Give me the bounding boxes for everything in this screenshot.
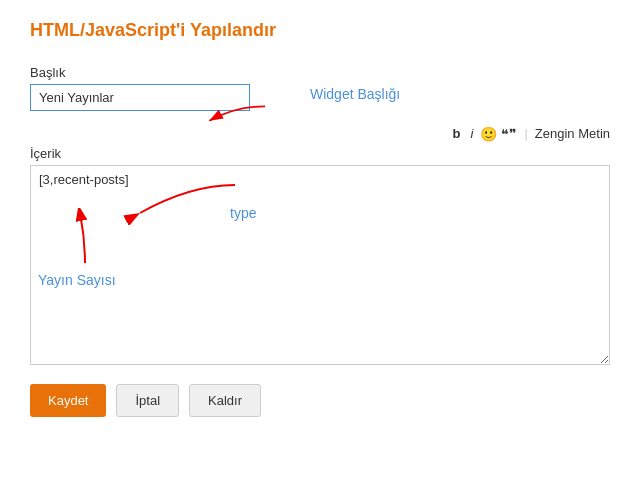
- content-label: İçerik: [30, 146, 610, 161]
- italic-button[interactable]: i: [468, 125, 477, 142]
- content-textarea[interactable]: [3,recent-posts]: [30, 165, 610, 365]
- title-label: Başlık: [30, 65, 610, 80]
- widget-heading-annotation: Widget Başlığı: [310, 86, 400, 102]
- quote-icon: ❝❞: [501, 126, 517, 142]
- title-input[interactable]: [30, 84, 250, 111]
- content-area-wrapper: [3,recent-posts] type Yayın Sayısı: [30, 165, 610, 368]
- content-field-group: b i 🙂 ❝❞ | Zengin Metin İçerik [3,recent…: [30, 125, 610, 368]
- save-button[interactable]: Kaydet: [30, 384, 106, 417]
- smiley-icon: 🙂: [480, 126, 497, 142]
- title-row: Widget Başlığı: [30, 84, 610, 111]
- toolbar-divider: |: [524, 126, 527, 141]
- rich-text-label: Zengin Metin: [535, 126, 610, 141]
- buttons-row: Kaydet İptal Kaldır: [30, 384, 610, 417]
- page-title: HTML/JavaScript'i Yapılandır: [30, 20, 610, 41]
- bold-button[interactable]: b: [450, 125, 464, 142]
- content-toolbar: b i 🙂 ❝❞ | Zengin Metin: [30, 125, 610, 142]
- title-field-group: Başlık Widget Başlığı: [30, 65, 610, 111]
- cancel-button[interactable]: İptal: [116, 384, 179, 417]
- remove-button[interactable]: Kaldır: [189, 384, 261, 417]
